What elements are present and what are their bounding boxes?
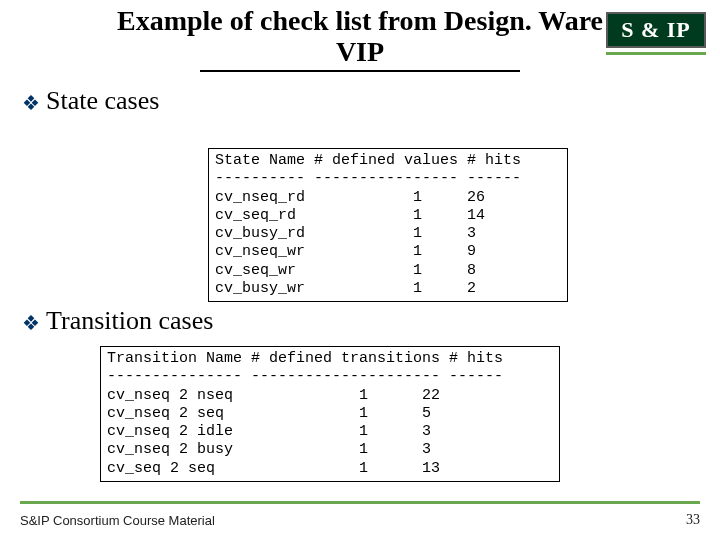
brand-logo-text: S & IP	[621, 17, 691, 43]
slide: Example of check list from Design. Ware …	[0, 0, 720, 540]
slide-title: Example of check list from Design. Ware …	[70, 6, 650, 68]
diamond-bullet-icon: ❖	[22, 313, 40, 333]
bullet-state-cases: ❖ State cases	[22, 86, 159, 116]
brand-rule	[606, 52, 706, 55]
title-underline	[200, 70, 520, 72]
diamond-bullet-icon: ❖	[22, 93, 40, 113]
page-number: 33	[686, 512, 700, 528]
title-line-1: Example of check list from Design. Ware	[117, 5, 603, 36]
transition-cases-table: Transition Name # defined transitions # …	[100, 346, 560, 482]
brand-logo: S & IP	[606, 12, 706, 48]
bullet-state-label: State cases	[46, 86, 159, 116]
state-cases-table: State Name # defined values # hits -----…	[208, 148, 568, 302]
footer-rule	[20, 501, 700, 504]
bullet-transition-cases: ❖ Transition cases	[22, 306, 213, 336]
footer-text: S&IP Consortium Course Material	[20, 513, 215, 528]
title-line-2: VIP	[336, 36, 384, 67]
bullet-transition-label: Transition cases	[46, 306, 213, 336]
